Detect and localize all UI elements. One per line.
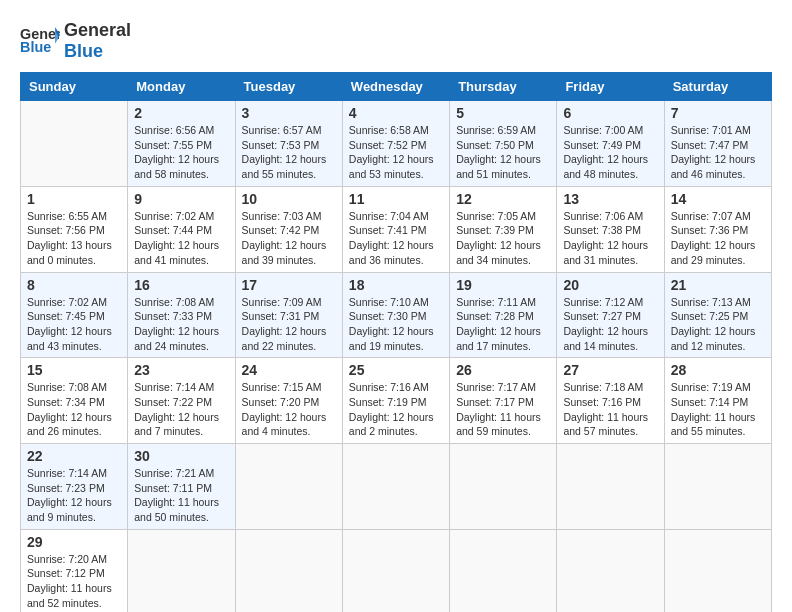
daylight-text: Daylight: 12 hours and 55 minutes.	[242, 152, 336, 181]
day-number: 20	[563, 277, 657, 293]
calendar-cell: 17 Sunrise: 7:09 AM Sunset: 7:31 PM Dayl…	[235, 272, 342, 358]
logo-general: General	[64, 20, 131, 41]
calendar-table: Sunday Monday Tuesday Wednesday Thursday…	[20, 72, 772, 612]
calendar-cell: 24 Sunrise: 7:15 AM Sunset: 7:20 PM Dayl…	[235, 358, 342, 444]
col-thursday: Thursday	[450, 73, 557, 101]
calendar-cell: 23 Sunrise: 7:14 AM Sunset: 7:22 PM Dayl…	[128, 358, 235, 444]
day-number: 1	[27, 191, 121, 207]
calendar-cell	[450, 529, 557, 612]
sunrise-text: Sunrise: 7:21 AM	[134, 466, 228, 481]
calendar-cell: 9 Sunrise: 7:02 AM Sunset: 7:44 PM Dayli…	[128, 186, 235, 272]
sunset-text: Sunset: 7:22 PM	[134, 395, 228, 410]
day-number: 9	[134, 191, 228, 207]
daylight-text: Daylight: 12 hours and 48 minutes.	[563, 152, 657, 181]
daylight-text: Daylight: 11 hours and 57 minutes.	[563, 410, 657, 439]
daylight-text: Daylight: 12 hours and 39 minutes.	[242, 238, 336, 267]
day-number: 22	[27, 448, 121, 464]
sunset-text: Sunset: 7:56 PM	[27, 223, 121, 238]
day-number: 2	[134, 105, 228, 121]
daylight-text: Daylight: 11 hours and 59 minutes.	[456, 410, 550, 439]
calendar-cell	[557, 444, 664, 530]
sunrise-text: Sunrise: 7:16 AM	[349, 380, 443, 395]
sunrise-text: Sunrise: 6:58 AM	[349, 123, 443, 138]
day-number: 21	[671, 277, 765, 293]
day-number: 6	[563, 105, 657, 121]
sunrise-text: Sunrise: 7:15 AM	[242, 380, 336, 395]
sunrise-text: Sunrise: 7:02 AM	[27, 295, 121, 310]
calendar-cell: 1 Sunrise: 6:55 AM Sunset: 7:56 PM Dayli…	[21, 186, 128, 272]
sunset-text: Sunset: 7:28 PM	[456, 309, 550, 324]
sunrise-text: Sunrise: 7:07 AM	[671, 209, 765, 224]
calendar-cell: 2 Sunrise: 6:56 AM Sunset: 7:55 PM Dayli…	[128, 101, 235, 187]
day-info: Sunrise: 7:09 AM Sunset: 7:31 PM Dayligh…	[242, 295, 336, 354]
day-info: Sunrise: 7:02 AM Sunset: 7:44 PM Dayligh…	[134, 209, 228, 268]
sunset-text: Sunset: 7:47 PM	[671, 138, 765, 153]
calendar-cell: 10 Sunrise: 7:03 AM Sunset: 7:42 PM Dayl…	[235, 186, 342, 272]
sunrise-text: Sunrise: 7:11 AM	[456, 295, 550, 310]
daylight-text: Daylight: 13 hours and 0 minutes.	[27, 238, 121, 267]
day-info: Sunrise: 7:14 AM Sunset: 7:23 PM Dayligh…	[27, 466, 121, 525]
day-info: Sunrise: 6:57 AM Sunset: 7:53 PM Dayligh…	[242, 123, 336, 182]
sunset-text: Sunset: 7:23 PM	[27, 481, 121, 496]
calendar-row: 29 Sunrise: 7:20 AM Sunset: 7:12 PM Dayl…	[21, 529, 772, 612]
day-number: 5	[456, 105, 550, 121]
sunset-text: Sunset: 7:27 PM	[563, 309, 657, 324]
day-number: 19	[456, 277, 550, 293]
col-monday: Monday	[128, 73, 235, 101]
day-number: 29	[27, 534, 121, 550]
sunset-text: Sunset: 7:16 PM	[563, 395, 657, 410]
calendar-cell	[235, 444, 342, 530]
calendar-cell: 5 Sunrise: 6:59 AM Sunset: 7:50 PM Dayli…	[450, 101, 557, 187]
calendar-cell: 6 Sunrise: 7:00 AM Sunset: 7:49 PM Dayli…	[557, 101, 664, 187]
day-number: 11	[349, 191, 443, 207]
calendar-cell: 19 Sunrise: 7:11 AM Sunset: 7:28 PM Dayl…	[450, 272, 557, 358]
day-number: 7	[671, 105, 765, 121]
daylight-text: Daylight: 12 hours and 43 minutes.	[27, 324, 121, 353]
daylight-text: Daylight: 12 hours and 17 minutes.	[456, 324, 550, 353]
col-wednesday: Wednesday	[342, 73, 449, 101]
sunset-text: Sunset: 7:14 PM	[671, 395, 765, 410]
calendar-cell: 28 Sunrise: 7:19 AM Sunset: 7:14 PM Dayl…	[664, 358, 771, 444]
calendar-header-row: Sunday Monday Tuesday Wednesday Thursday…	[21, 73, 772, 101]
sunrise-text: Sunrise: 7:03 AM	[242, 209, 336, 224]
logo: General Blue General Blue	[20, 20, 131, 62]
day-info: Sunrise: 7:05 AM Sunset: 7:39 PM Dayligh…	[456, 209, 550, 268]
day-number: 26	[456, 362, 550, 378]
calendar-cell: 20 Sunrise: 7:12 AM Sunset: 7:27 PM Dayl…	[557, 272, 664, 358]
sunrise-text: Sunrise: 7:04 AM	[349, 209, 443, 224]
sunset-text: Sunset: 7:55 PM	[134, 138, 228, 153]
calendar-cell	[342, 444, 449, 530]
day-number: 3	[242, 105, 336, 121]
calendar-row: 1 Sunrise: 6:55 AM Sunset: 7:56 PM Dayli…	[21, 186, 772, 272]
daylight-text: Daylight: 12 hours and 51 minutes.	[456, 152, 550, 181]
day-info: Sunrise: 7:07 AM Sunset: 7:36 PM Dayligh…	[671, 209, 765, 268]
day-info: Sunrise: 6:58 AM Sunset: 7:52 PM Dayligh…	[349, 123, 443, 182]
sunrise-text: Sunrise: 6:57 AM	[242, 123, 336, 138]
sunset-text: Sunset: 7:50 PM	[456, 138, 550, 153]
daylight-text: Daylight: 12 hours and 31 minutes.	[563, 238, 657, 267]
sunset-text: Sunset: 7:39 PM	[456, 223, 550, 238]
daylight-text: Daylight: 11 hours and 52 minutes.	[27, 581, 121, 610]
day-info: Sunrise: 7:03 AM Sunset: 7:42 PM Dayligh…	[242, 209, 336, 268]
calendar-cell: 22 Sunrise: 7:14 AM Sunset: 7:23 PM Dayl…	[21, 444, 128, 530]
sunrise-text: Sunrise: 6:56 AM	[134, 123, 228, 138]
calendar-cell	[557, 529, 664, 612]
calendar-cell: 4 Sunrise: 6:58 AM Sunset: 7:52 PM Dayli…	[342, 101, 449, 187]
day-info: Sunrise: 7:08 AM Sunset: 7:34 PM Dayligh…	[27, 380, 121, 439]
day-info: Sunrise: 7:18 AM Sunset: 7:16 PM Dayligh…	[563, 380, 657, 439]
day-info: Sunrise: 7:20 AM Sunset: 7:12 PM Dayligh…	[27, 552, 121, 611]
day-info: Sunrise: 7:08 AM Sunset: 7:33 PM Dayligh…	[134, 295, 228, 354]
logo-icon: General Blue	[20, 23, 60, 59]
daylight-text: Daylight: 12 hours and 36 minutes.	[349, 238, 443, 267]
calendar-cell: 21 Sunrise: 7:13 AM Sunset: 7:25 PM Dayl…	[664, 272, 771, 358]
daylight-text: Daylight: 12 hours and 19 minutes.	[349, 324, 443, 353]
day-info: Sunrise: 7:17 AM Sunset: 7:17 PM Dayligh…	[456, 380, 550, 439]
day-info: Sunrise: 7:06 AM Sunset: 7:38 PM Dayligh…	[563, 209, 657, 268]
sunrise-text: Sunrise: 7:09 AM	[242, 295, 336, 310]
logo-blue: Blue	[64, 41, 131, 62]
sunrise-text: Sunrise: 7:08 AM	[27, 380, 121, 395]
day-info: Sunrise: 7:15 AM Sunset: 7:20 PM Dayligh…	[242, 380, 336, 439]
calendar-cell: 15 Sunrise: 7:08 AM Sunset: 7:34 PM Dayl…	[21, 358, 128, 444]
day-info: Sunrise: 7:13 AM Sunset: 7:25 PM Dayligh…	[671, 295, 765, 354]
sunset-text: Sunset: 7:30 PM	[349, 309, 443, 324]
